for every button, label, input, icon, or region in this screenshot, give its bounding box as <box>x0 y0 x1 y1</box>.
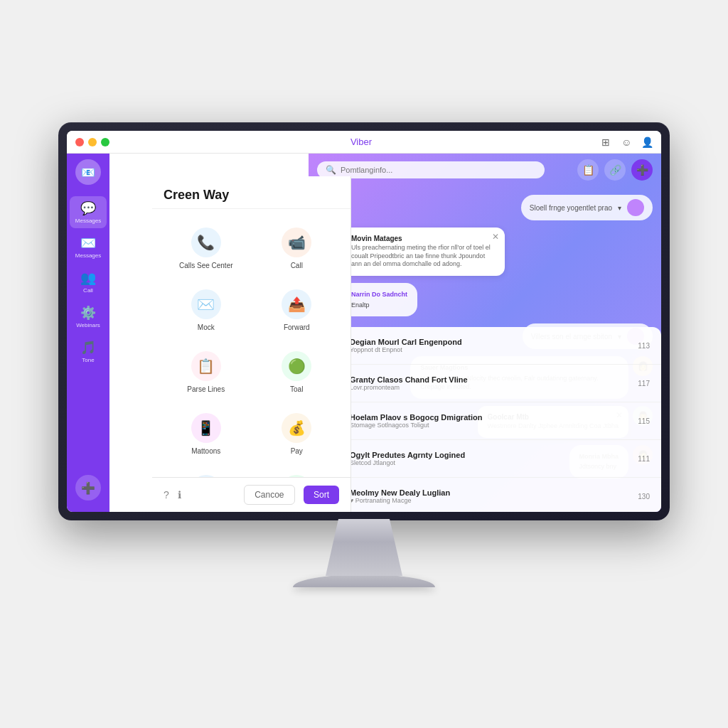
title-bar: Viber ⊞ ☺ 👤 <box>67 131 661 154</box>
webinars-icon: ⚙️ <box>80 305 96 321</box>
help-icon[interactable]: ? <box>164 489 169 500</box>
add-button[interactable]: ➕ <box>75 475 101 500</box>
parse-lines-icon: 📋 <box>191 351 221 381</box>
chevron-down-icon: ▾ <box>618 204 621 212</box>
app-body: 📧 💬 Messages ✉️ Messages 👥 <box>67 154 661 512</box>
cancel-button[interactable]: Cancoe <box>244 485 294 505</box>
traffic-lights <box>75 138 109 146</box>
monitor-wrapper: Viber ⊞ ☺ 👤 📧 💬 Messag <box>58 122 670 606</box>
option-mroll[interactable]: 📸 Mroll <box>255 468 340 477</box>
title-actions: ⊞ ☺ 👤 <box>601 136 653 148</box>
sidebar-item-messages[interactable]: 💬 Messages <box>70 196 107 228</box>
options-panel-title: Creen Way <box>152 176 350 209</box>
chat-header-actions: 📋 🔗 ➕ <box>577 159 653 181</box>
message-notification-1: ✕ Movin Matages Uls preachernating metin… <box>341 228 505 276</box>
options-panel: Creen Way 📞 Calls See Center 📹 Call ✉️ <box>152 176 351 512</box>
calls-icon: 👥 <box>80 270 96 286</box>
search-icon: 🔍 <box>326 165 336 175</box>
messages-icon: 💬 <box>80 200 96 216</box>
forward-icon: 📤 <box>282 289 311 319</box>
grid-icon[interactable]: ⊞ <box>601 136 613 148</box>
sidebar-item-calls[interactable]: 👥 Call <box>70 266 107 298</box>
contact5-info: Meolmy New Dealy Luglian ♥ Portranating … <box>350 488 631 504</box>
contact-list-panel: 👤 Degian Mourl Carl Engenpond Yoppnot dt… <box>309 327 661 512</box>
option-calls-see-center[interactable]: 📞 Calls See Center <box>164 220 249 277</box>
sidebar-item-messages2[interactable]: ✉️ Messages <box>70 231 107 263</box>
profile-icon[interactable]: 👤 <box>641 136 653 148</box>
chat-header: 🔍 📋 🔗 ➕ <box>309 154 661 186</box>
dropdown1-text: Sloell frnge yogentlet prao <box>530 204 612 212</box>
sort-button[interactable]: Sort <box>304 486 339 504</box>
dropdown-message-1[interactable]: Sloell frnge yogentlet prao ▾ <box>521 195 653 220</box>
info-icon[interactable]: ℹ <box>178 489 181 500</box>
contact-item-2[interactable]: 👤 Granty Clasos Chand Fort Vline Lovr.pr… <box>309 365 661 402</box>
sidebar-bottom: ➕ <box>75 475 101 506</box>
chat-area: 🔍 📋 🔗 ➕ Sloell frnge yogen <box>309 154 661 512</box>
option-mattoons[interactable]: 📱 Mattoons <box>164 406 249 462</box>
calls-see-center-icon: 📞 <box>191 228 221 257</box>
maximize-window-button[interactable] <box>101 138 109 146</box>
avatar-icon: 📧 <box>81 166 95 179</box>
link-icon[interactable]: 🔗 <box>604 159 626 181</box>
mattoons-icon: 📱 <box>191 413 221 443</box>
option-forward[interactable]: 📤 Forward <box>255 282 340 338</box>
option-parse-lines[interactable]: 📋 Parse Lines <box>164 344 249 400</box>
received-message-2: 👩 Narrin Do Sadncht Enaltp <box>317 283 653 316</box>
add-chat-button[interactable]: ➕ <box>631 159 653 181</box>
close-notification-button[interactable]: ✕ <box>492 232 499 242</box>
option-pay[interactable]: 💰 Pay <box>255 406 340 462</box>
contact2-info: Granty Clasos Chand Fort Vline Lovr.prom… <box>350 375 631 391</box>
smiley-icon[interactable]: ☺ <box>621 136 633 148</box>
messages-area: Sloell frnge yogentlet prao ▾ 😊 ✕ Movin … <box>309 186 661 512</box>
options-grid: 📞 Calls See Center 📹 Call ✉️ Mock <box>152 209 350 477</box>
monitor-bezel: Viber ⊞ ☺ 👤 📧 💬 Messag <box>58 122 670 520</box>
option-mock[interactable]: ✉️ Mock <box>164 282 249 338</box>
contact-item-3[interactable]: 👤 Hoelam Plaov s Bogocg Dmigration Stoma… <box>309 402 661 440</box>
contact3-info: Hoelam Plaov s Bogocg Dmigration Stomage… <box>350 413 631 429</box>
options-footer: ? ℹ Cancoe Sort <box>152 477 350 512</box>
app-title: Viber <box>121 136 601 147</box>
pay-icon: 💰 <box>282 413 311 443</box>
option-toal[interactable]: 🟢 Toal <box>255 344 340 400</box>
dropdown1-avatar <box>627 199 644 216</box>
sidebar-item-tone[interactable]: 🎵 Tone <box>70 336 107 368</box>
sidebar: 📧 💬 Messages ✉️ Messages 👥 <box>67 154 109 512</box>
share-icon[interactable]: 📋 <box>577 159 599 181</box>
contact4-info: Ogylt Predutes Agrnty Logined Sletcod Jt… <box>350 451 631 466</box>
messages2-icon: ✉️ <box>80 235 96 251</box>
minimize-window-button[interactable] <box>88 138 97 146</box>
search-input[interactable] <box>341 166 536 174</box>
contact-item-5[interactable]: 👤 Meolmy New Dealy Luglian ♥ Portranatin… <box>309 478 661 512</box>
contact1-info: Degian Mourl Carl Engenpond Yoppnot dt E… <box>350 338 631 353</box>
tone-icon: 🎵 <box>80 340 96 355</box>
received-message-1: 😊 ✕ Movin Matages Uls preachernating met… <box>317 228 653 276</box>
call-icon: 📹 <box>282 228 311 257</box>
option-contormer[interactable]: 🎬 Contormer <box>164 468 249 477</box>
close-window-button[interactable] <box>75 138 84 146</box>
mock-icon: ✉️ <box>191 289 221 319</box>
contact-item-4[interactable]: 👤 Ogylt Predutes Agrnty Logined Sletcod … <box>309 440 661 478</box>
footer-buttons: Cancoe Sort <box>244 485 339 505</box>
footer-icons: ? ℹ <box>164 489 181 500</box>
message-bubble-2: Narrin Do Sadncht Enaltp <box>341 283 417 316</box>
monitor-base <box>293 574 435 587</box>
monitor-screen: Viber ⊞ ☺ 👤 📧 💬 Messag <box>67 131 661 512</box>
sidebar-nav: 💬 Messages ✉️ Messages 👥 Call ⚙️ <box>70 196 107 475</box>
option-call[interactable]: 📹 Call <box>255 220 340 277</box>
search-bar[interactable]: 🔍 <box>317 161 545 178</box>
contact-item-1[interactable]: 👤 Degian Mourl Carl Engenpond Yoppnot dt… <box>309 327 661 365</box>
monitor-stand <box>321 519 407 576</box>
toal-icon: 🟢 <box>282 351 311 381</box>
sidebar-item-webinars[interactable]: ⚙️ Webinars <box>70 301 107 333</box>
sidebar-user-avatar[interactable]: 📧 <box>75 159 101 185</box>
